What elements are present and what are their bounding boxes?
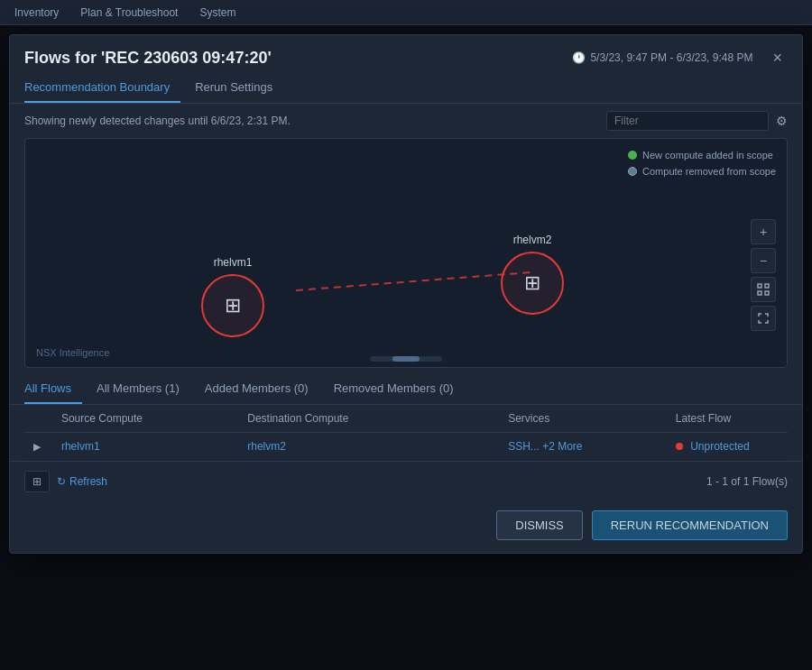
footer-left: ⊞ ↻ Refresh [24, 471, 107, 492]
row-services-cell: SSH... +2 More [499, 433, 667, 461]
row-destination-cell: rhelvm2 [238, 433, 499, 461]
node-rhelvm2-icon: ⊞ [524, 271, 540, 295]
node-rhelvm1-circle[interactable]: ⊞ [201, 274, 264, 337]
graph-legend: New compute added in scope Compute remov… [628, 150, 776, 177]
refresh-label: Refresh [69, 475, 107, 488]
refresh-button[interactable]: ↻ Refresh [57, 475, 107, 488]
svg-rect-1 [758, 284, 761, 288]
zoom-in-button[interactable]: + [751, 219, 776, 244]
table-row: ▶ rhelvm1 rhelvm2 SSH... +2 More [24, 433, 788, 461]
svg-line-0 [296, 272, 531, 290]
row-expand-cell: ▶ [24, 433, 52, 461]
modal-header: Flows for 'REC 230603 09:47:20' 🕐 5/3/23… [10, 35, 802, 68]
filter-area: ⚙ [606, 111, 788, 131]
rerun-button[interactable]: RERUN RECOMMENDATION [592, 510, 788, 540]
legend-dot-gray [628, 167, 637, 176]
legend-item-removed-compute: Compute removed from scope [628, 166, 776, 177]
scroll-indicator [370, 356, 442, 362]
node-rhelvm1-icon: ⊞ [225, 294, 241, 317]
row-flow-cell: Unprotected [667, 433, 788, 461]
top-nav: Inventory Plan & Troubleshoot System [0, 0, 812, 25]
node-rhelvm1: rhelvm1 ⊞ [201, 256, 264, 337]
node-rhelvm2: rhelvm2 ⊞ [501, 234, 564, 315]
legend-label-new-compute: New compute added in scope [642, 150, 773, 161]
zoom-out-button[interactable]: − [751, 248, 776, 273]
svg-rect-3 [758, 291, 761, 295]
source-link[interactable]: rhelvm1 [61, 440, 100, 453]
modal-title: Flows for 'REC 230603 09:47:20' [24, 49, 272, 68]
filter-input[interactable] [606, 111, 769, 131]
scroll-track [370, 356, 442, 362]
clock-icon: 🕐 [572, 51, 586, 64]
node-rhelvm2-circle[interactable]: ⊞ [501, 252, 564, 315]
modal-dialog: Flows for 'REC 230603 09:47:20' 🕐 5/3/23… [9, 34, 803, 554]
action-buttons: DISMISS RERUN RECOMMENDATION [10, 501, 802, 553]
tab-added-members[interactable]: Added Members (0) [205, 377, 319, 404]
th-expand [24, 405, 52, 433]
legend-label-removed-compute: Compute removed from scope [642, 166, 776, 177]
table-header-row: Source Compute Destination Compute Servi… [24, 405, 788, 433]
th-source: Source Compute [52, 405, 238, 433]
modal-header-right: 🕐 5/3/23, 9:47 PM - 6/3/23, 9:48 PM × [572, 48, 788, 68]
dismiss-button[interactable]: DISMISS [496, 510, 582, 540]
modal-footer: ⊞ ↻ Refresh 1 - 1 of 1 Flow(s) [10, 461, 802, 501]
tab-removed-members[interactable]: Removed Members (0) [334, 377, 465, 404]
collapse-icon [757, 312, 770, 325]
node-rhelvm2-label: rhelvm2 [513, 234, 552, 246]
modal-overlay: Flows for 'REC 230603 09:47:20' 🕐 5/3/23… [0, 25, 812, 670]
pagination-text: 1 - 1 of 1 Flow(s) [706, 475, 788, 488]
flow-status-link[interactable]: Unprotected [690, 440, 749, 453]
tab-all-members[interactable]: All Members (1) [97, 377, 190, 404]
collapse-button[interactable] [751, 306, 776, 331]
scroll-thumb [392, 356, 420, 362]
legend-item-new-compute: New compute added in scope [628, 150, 776, 161]
tab-all-flows[interactable]: All Flows [24, 377, 82, 404]
nav-plan-troubleshoot[interactable]: Plan & Troubleshoot [80, 6, 178, 19]
svg-rect-4 [765, 291, 769, 295]
row-source-cell: rhelvm1 [52, 433, 238, 461]
columns-button[interactable]: ⊞ [24, 471, 50, 492]
status-dot-red [676, 443, 683, 450]
zoom-controls: + − [751, 219, 776, 331]
filter-icon[interactable]: ⚙ [776, 114, 788, 128]
nsx-label: NSX Intelligence [36, 347, 109, 358]
columns-icon: ⊞ [32, 475, 42, 488]
subtitle-text: Showing newly detected changes until 6/6… [24, 115, 291, 127]
refresh-icon: ↻ [57, 475, 66, 488]
fit-button[interactable] [751, 277, 776, 302]
expand-arrow-icon[interactable]: ▶ [33, 441, 41, 452]
th-services: Services [499, 405, 667, 433]
node-rhelvm1-label: rhelvm1 [214, 256, 253, 269]
destination-link[interactable]: rhelvm2 [247, 440, 286, 453]
subtitle-bar: Showing newly detected changes until 6/6… [10, 104, 802, 138]
bottom-tabs: All Flows All Members (1) Added Members … [10, 368, 802, 405]
graph-container: New compute added in scope Compute remov… [24, 138, 788, 368]
th-destination: Destination Compute [238, 405, 499, 433]
services-link[interactable]: SSH... +2 More [508, 440, 582, 453]
flows-table: Source Compute Destination Compute Servi… [24, 405, 788, 461]
nav-system[interactable]: System [199, 6, 235, 19]
modal-tabs: Recommendation Boundary Rerun Settings [10, 68, 802, 104]
nav-inventory[interactable]: Inventory [14, 6, 59, 19]
legend-dot-green [628, 151, 637, 160]
svg-rect-2 [765, 284, 769, 288]
table-container: Source Compute Destination Compute Servi… [24, 405, 788, 461]
modal-date-range: 🕐 5/3/23, 9:47 PM - 6/3/23, 9:48 PM [572, 51, 752, 64]
tab-rerun-settings[interactable]: Rerun Settings [195, 75, 283, 103]
tab-recommendation-boundary[interactable]: Recommendation Boundary [24, 75, 180, 103]
close-button[interactable]: × [767, 48, 788, 68]
fit-icon [757, 283, 770, 296]
th-latest-flow: Latest Flow [667, 405, 788, 433]
